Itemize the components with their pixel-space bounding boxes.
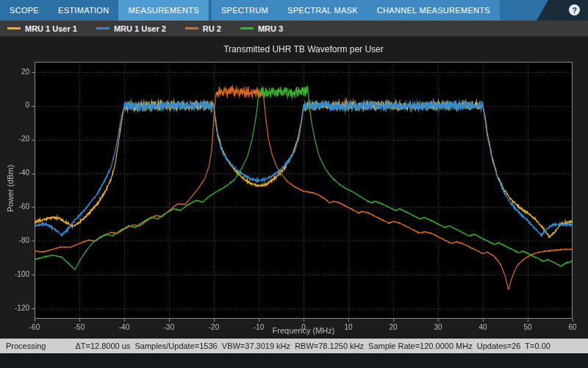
plot-panel: Transmitted UHR TB Waveform per User Fre… xyxy=(0,37,588,339)
legend-label: MRU 1 User 2 xyxy=(114,24,166,33)
legend-item-mru1-user1[interactable]: MRU 1 User 1 xyxy=(7,24,77,33)
y-axis-label: Power (dBm) xyxy=(6,152,15,225)
tab-spectral-mask[interactable]: SPECTRAL MASK xyxy=(278,0,368,21)
status-metrics: ΔT=12.8000 us Samples/Update=1536 VBW=37… xyxy=(75,339,550,353)
status-bar: Processing ΔT=12.8000 us Samples/Update=… xyxy=(0,339,588,353)
legend-label: RU 2 xyxy=(203,24,221,33)
x-axis-label: Frequency (MHz) xyxy=(35,326,573,335)
tab-estimation[interactable]: ESTIMATION xyxy=(49,0,118,21)
tab-measurements[interactable]: MEASUREMENTS xyxy=(118,0,209,21)
toolbar-tabstrip: SCOPE ESTIMATION MEASUREMENTS SPECTRUM S… xyxy=(0,0,588,21)
toolbar-help-area: ? xyxy=(537,0,588,21)
tab-scope[interactable]: SCOPE xyxy=(0,0,49,21)
help-button[interactable]: ? xyxy=(569,4,580,15)
tab-channel-measurements[interactable]: CHANNEL MEASUREMENTS xyxy=(368,0,500,21)
legend-swatch-blue xyxy=(96,27,110,29)
plot-title: Transmitted UHR TB Waveform per User xyxy=(35,44,573,54)
legend-item-mru3[interactable]: MRU 3 xyxy=(240,24,283,33)
spectrum-plot[interactable] xyxy=(0,37,588,339)
legend-swatch-green xyxy=(240,27,254,29)
window-bottom-strip xyxy=(0,353,588,368)
tab-spectrum[interactable]: SPECTRUM xyxy=(212,0,278,21)
legend-label: MRU 1 User 1 xyxy=(25,24,77,33)
legend-swatch-yellow xyxy=(7,27,21,29)
legend-item-mru1-user2[interactable]: MRU 1 User 2 xyxy=(96,24,166,33)
legend-bar: MRU 1 User 1 MRU 1 User 2 RU 2 MRU 3 xyxy=(0,21,588,37)
legend-label: MRU 3 xyxy=(258,24,283,33)
legend-item-ru2[interactable]: RU 2 xyxy=(185,24,221,33)
legend-swatch-orange xyxy=(185,27,198,29)
status-state: Processing xyxy=(6,339,46,353)
